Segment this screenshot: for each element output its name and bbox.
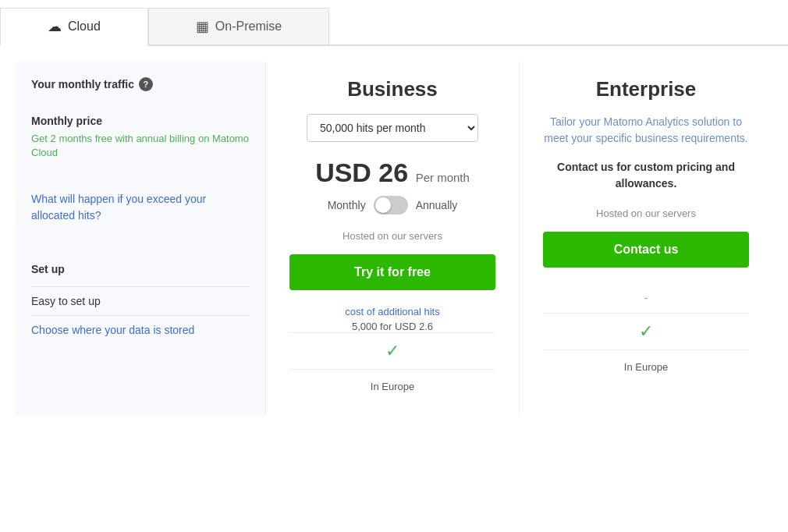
hits-select[interactable]: 10,000 hits per month 50,000 hits per mo… <box>307 114 478 142</box>
left-panel: Your monthly traffic ? Monthly price Get… <box>16 62 265 416</box>
feature-data-stored: Choose where your data is stored <box>31 315 250 344</box>
per-month-label: Per month <box>416 171 470 184</box>
billing-toggle-switch[interactable] <box>374 196 408 215</box>
cloud-icon: ☁ <box>48 18 62 35</box>
contact-us-button[interactable]: Contact us <box>543 232 749 268</box>
business-in-europe: In Europe <box>289 381 495 392</box>
price-display: USD 26 Per month <box>289 158 495 188</box>
business-plan-col: Business 10,000 hits per month 50,000 hi… <box>265 62 519 416</box>
try-it-free-button[interactable]: Try it for free <box>289 254 495 290</box>
exceed-section: What will happen if you exceed your allo… <box>31 191 250 224</box>
tab-on-premise[interactable]: ▦ On-Premise <box>148 8 329 44</box>
billing-toggle: Monthly Annually <box>289 196 495 215</box>
enterprise-pricing-note: Contact us for custom pricing and allowa… <box>543 159 749 192</box>
tab-bar: ☁ Cloud ▦ On-Premise <box>0 0 788 46</box>
enterprise-in-europe: In Europe <box>543 361 749 373</box>
data-stored-link[interactable]: Choose where your data is stored <box>31 324 194 336</box>
help-icon[interactable]: ? <box>139 77 153 91</box>
promo-text: Get 2 months free with annual billing on… <box>31 132 250 160</box>
billing-annually-label: Annually <box>416 199 458 211</box>
enterprise-data-stored-value: In Europe <box>543 349 749 381</box>
additional-hits-label: cost of additional hits <box>289 306 495 317</box>
enterprise-check-icon-setup: ✓ <box>543 321 749 342</box>
traffic-label: Your monthly traffic ? <box>31 77 250 91</box>
enterprise-plan-col: Enterprise Tailor your Matomo Analytics … <box>519 62 772 416</box>
toggle-knob <box>375 197 391 213</box>
business-data-stored-value: In Europe <box>289 369 495 400</box>
business-hosted-text: Hosted on our servers <box>289 230 495 242</box>
tab-cloud-label: Cloud <box>68 20 101 34</box>
tab-on-premise-label: On-Premise <box>215 20 282 34</box>
server-icon: ▦ <box>196 18 209 35</box>
main-content: Your monthly traffic ? Monthly price Get… <box>0 46 788 416</box>
billing-monthly-label: Monthly <box>328 199 366 211</box>
setup-label: Set up <box>31 263 250 275</box>
enterprise-hosted-text: Hosted on our servers <box>543 207 749 219</box>
enterprise-description: Tailor your Matomo Analytics solution to… <box>543 114 749 147</box>
monthly-price-label: Monthly price <box>31 115 250 127</box>
exceed-link[interactable]: What will happen if you exceed your allo… <box>31 193 206 222</box>
feature-easy-setup: Easy to set up <box>31 286 250 315</box>
business-easy-setup-value: ✓ <box>289 332 495 369</box>
enterprise-dash: - <box>543 283 749 313</box>
business-check-icon-setup: ✓ <box>289 341 495 361</box>
enterprise-easy-setup-value: ✓ <box>543 313 749 349</box>
tab-cloud[interactable]: ☁ Cloud <box>0 8 148 46</box>
business-plan-title: Business <box>289 77 495 101</box>
enterprise-plan-title: Enterprise <box>543 77 749 101</box>
additional-hits-detail: 5,000 for USD 2.6 <box>289 321 495 332</box>
